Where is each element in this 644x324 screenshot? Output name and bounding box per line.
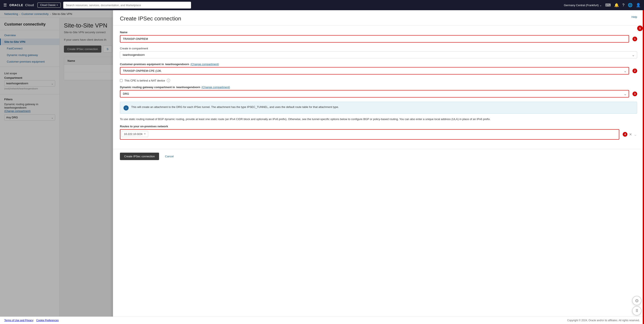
cpe-select[interactable]: TRANSIP-ONPREM-CPE (136. [120, 67, 629, 74]
oracle-logo: ORACLE Cloud [9, 3, 34, 7]
step-1-badge: 1 [632, 37, 637, 41]
modal-footer: Create IPSec connection Cancel [113, 149, 644, 165]
info-box-icon: i [124, 105, 129, 110]
create-ipsec-submit-button[interactable]: Create IPSec connection [120, 153, 159, 160]
globe-icon[interactable]: 🌐 [628, 3, 632, 7]
terms-link[interactable]: Terms of Use and Privacy [4, 319, 34, 322]
step-2-badge: 2 [632, 68, 637, 73]
cookie-link[interactable]: Cookie Preferences [36, 319, 58, 322]
route-expand-icon[interactable]: ⌄ [634, 132, 637, 137]
region-label: Germany Central (Frankfurt) [564, 3, 599, 7]
nat-info-icon[interactable]: i [167, 79, 170, 82]
drg-compartment-name: iwanhoogendoorn [176, 86, 200, 89]
modal-panel: Create IPSec connection Help Name 1 Crea… [113, 10, 644, 324]
create-in-compartment-select[interactable]: iwanhoogendoorn [120, 51, 637, 58]
cancel-button[interactable]: Cancel [162, 153, 177, 160]
modal-header: Create IPSec connection Help [113, 10, 644, 25]
name-label: Name [120, 31, 637, 34]
help-widget: ⊙ ⠿ [632, 296, 642, 316]
cpe-section-label: Customer-premises equipment in [120, 63, 164, 66]
nat-checkbox[interactable] [120, 79, 123, 82]
create-in-compartment-select-wrapper: iwanhoogendoorn [120, 51, 637, 58]
help-circle-icon: ⊙ [635, 298, 639, 303]
bottom-bar: Terms of Use and Privacy Cookie Preferen… [0, 317, 644, 324]
help-grid-icon: ⠿ [636, 309, 638, 313]
cpe-compartment-name: iwanhoogendoorn [165, 63, 189, 66]
region-chevron-icon: ⌄ [600, 3, 602, 7]
hamburger-menu-icon[interactable]: ☰ [4, 3, 7, 7]
routing-description: To use static routing instead of BGP dyn… [120, 117, 637, 121]
create-in-compartment-label: Create in compartment [120, 47, 637, 50]
help-grid-button[interactable]: ⠿ [632, 306, 642, 316]
cloud-classic-button[interactable]: Cloud Classic > [38, 2, 61, 8]
bottom-bar-left: Terms of Use and Privacy Cookie Preferen… [4, 319, 58, 322]
form-group-name: Name 1 [120, 31, 637, 42]
form-group-nat: This CPE is behind a NAT device i [120, 79, 637, 82]
cpe-change-compartment-link[interactable]: (Change compartment) [190, 63, 219, 66]
drg-select[interactable]: DRG [120, 90, 629, 97]
modal-overlay: Create IPSec connection Help Name 1 Crea… [0, 10, 644, 324]
drg-section-label: Dynamic routing gateway compartment in [120, 86, 175, 89]
step-5-badge: 5 [637, 25, 643, 31]
route-tag-remove-icon[interactable]: ✕ [144, 132, 146, 135]
info-box-text: This will create an attachment to the DR… [131, 105, 339, 110]
form-group-routes: Routes to your on-premises network 10.22… [120, 125, 637, 140]
region-selector[interactable]: Germany Central (Frankfurt) ⌄ [564, 3, 602, 7]
route-remove-icon[interactable]: ✕ [629, 132, 632, 136]
help-circle-button[interactable]: ⊙ [632, 296, 642, 305]
info-box: i This will create an attachment to the … [120, 102, 637, 114]
form-group-drg: Dynamic routing gateway compartment in i… [120, 86, 637, 97]
search-input[interactable] [63, 2, 191, 8]
routes-label: Routes to your on-premises network [120, 125, 637, 128]
nat-checkbox-text: This CPE is behind a NAT device [124, 79, 165, 82]
bottom-bar-right: Copyright © 2024, Oracle and/or its affi… [567, 319, 640, 322]
route-text-input[interactable] [150, 133, 618, 136]
oracle-text: ORACLE [9, 3, 23, 7]
route-input-area[interactable]: 10.222.10.0/24 ✕ [120, 129, 619, 140]
modal-body: Name 1 Create in compartment iwanhoogend… [113, 25, 644, 149]
route-tag: 10.222.10.0/24 ✕ [122, 131, 148, 137]
modal-help-link[interactable]: Help [632, 15, 637, 18]
cloud-text: Cloud [25, 3, 34, 7]
step-3-badge: 3 [632, 91, 637, 96]
nat-checkbox-label: This CPE is behind a NAT device i [120, 79, 170, 82]
user-avatar-icon[interactable]: 👤 [636, 3, 640, 7]
step-4-badge: 4 [623, 132, 628, 137]
copyright-text: Copyright © 2024, Oracle and/or its affi… [567, 319, 640, 322]
help-icon[interactable]: ? [622, 3, 624, 7]
route-value: 10.222.10.0/24 [124, 132, 142, 136]
cpe-select-wrapper: TRANSIP-ONPREM-CPE (136. [120, 67, 629, 74]
name-input[interactable] [120, 35, 629, 42]
top-nav: ☰ ORACLE Cloud Cloud Classic > Germany C… [0, 0, 644, 10]
modal-title: Create IPSec connection [120, 15, 181, 22]
drg-change-compartment-link[interactable]: (Change compartment) [202, 86, 230, 89]
scroll-indicator [643, 10, 644, 324]
terminal-icon[interactable]: ⌨ [605, 3, 611, 7]
form-group-cpe: Customer-premises equipment in iwanhooge… [120, 63, 637, 74]
bell-icon[interactable]: 🔔 [614, 3, 619, 7]
drg-select-wrapper: DRG [120, 90, 629, 97]
form-group-compartment: Create in compartment iwanhoogendoorn [120, 47, 637, 58]
nav-right: Germany Central (Frankfurt) ⌄ ⌨ 🔔 ? 🌐 👤 [564, 3, 640, 7]
